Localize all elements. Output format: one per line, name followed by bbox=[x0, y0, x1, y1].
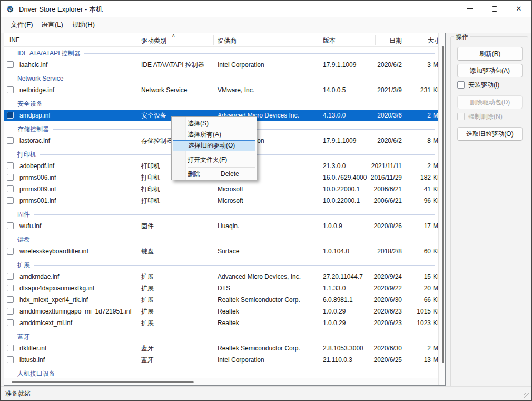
list-group-label: 扩展 bbox=[17, 261, 30, 270]
column-header-inf[interactable]: INF bbox=[9, 36, 19, 44]
column-divider[interactable] bbox=[375, 35, 376, 45]
driver-row[interactable]: prnms009.inf打印机Microsoft10.0.22000.12006… bbox=[4, 183, 438, 195]
driver-size: 96 bbox=[402, 195, 431, 207]
menu-help[interactable]: 帮助(H) bbox=[68, 17, 98, 33]
driver-version: 6.0.8981.1 bbox=[323, 294, 353, 306]
row-checkbox[interactable] bbox=[7, 248, 14, 255]
row-checkbox[interactable] bbox=[7, 185, 14, 192]
row-checkbox[interactable] bbox=[7, 174, 14, 181]
row-checkbox[interactable] bbox=[7, 137, 14, 144]
column-header-date[interactable]: 日期 bbox=[360, 36, 402, 45]
driver-size: 66 bbox=[402, 294, 431, 306]
driver-version: 1.0.0.29 bbox=[323, 306, 346, 317]
driver-row[interactable]: amddmicext_mi.inf扩展Realtek1.0.0.292020/6… bbox=[4, 317, 438, 329]
driver-size-unit: MB bbox=[433, 354, 438, 366]
close-button[interactable]: ✕ bbox=[507, 1, 531, 17]
row-checkbox[interactable] bbox=[7, 112, 14, 119]
add-package-button[interactable]: 添加驱动包(A) bbox=[457, 64, 523, 77]
window-title: Driver Store Explorer - 本机 bbox=[19, 5, 103, 14]
row-checkbox[interactable] bbox=[7, 162, 14, 169]
vertical-scrollbar-thumb[interactable] bbox=[442, 46, 444, 363]
checkbox-box-icon bbox=[457, 81, 465, 89]
horizontal-scrollbar-thumb[interactable] bbox=[12, 381, 194, 383]
list-group-header: Network Service bbox=[4, 73, 438, 84]
context-menu-item[interactable]: 打开文件夹(F) bbox=[172, 154, 257, 165]
row-checkbox[interactable] bbox=[7, 197, 14, 204]
minimize-button[interactable] bbox=[458, 1, 482, 17]
title-bar: ⚙ Driver Store Explorer - 本机 ✕ bbox=[1, 1, 531, 17]
driver-row[interactable]: amddmicexttuningapo_mi_1d721951.inf扩展Rea… bbox=[4, 306, 438, 317]
row-checkbox[interactable] bbox=[7, 273, 14, 280]
provider-name: DTS bbox=[218, 282, 230, 294]
horizontal-scrollbar[interactable] bbox=[4, 378, 438, 385]
list-group-line bbox=[67, 79, 435, 79]
list-group-line bbox=[34, 214, 435, 215]
driver-size-unit: MB bbox=[433, 282, 438, 294]
driver-class: 扩展 bbox=[141, 306, 154, 317]
driver-version: 17.9.1.1009 bbox=[323, 59, 356, 71]
row-checkbox[interactable] bbox=[7, 345, 14, 351]
column-divider[interactable] bbox=[320, 35, 320, 45]
column-header-version[interactable]: 版本 bbox=[323, 36, 336, 45]
row-checkbox[interactable] bbox=[7, 319, 14, 326]
context-menu-item[interactable]: 删除Delete bbox=[172, 169, 257, 180]
force-delete-label: 强制删除(N) bbox=[468, 112, 503, 121]
driver-size: 13 bbox=[402, 354, 431, 366]
refresh-button[interactable]: 刷新(R) bbox=[457, 47, 523, 61]
driver-size: 1015 bbox=[402, 306, 431, 317]
driver-row[interactable]: dtsapo4dapxiaomiextkg.inf扩展DTS1.1.33.020… bbox=[4, 282, 438, 294]
driver-row[interactable]: amdkmdae.inf扩展Advanced Micro Devices, In… bbox=[4, 271, 438, 282]
inf-name: amddmicexttuningapo_mi_1d721951.inf bbox=[19, 306, 132, 317]
row-checkbox[interactable] bbox=[7, 296, 14, 303]
column-divider[interactable] bbox=[136, 35, 136, 45]
inf-name: hdx_miext_xperi4_rtk.inf bbox=[19, 294, 88, 306]
row-checkbox[interactable] bbox=[7, 222, 14, 229]
inf-name: amdpsp.inf bbox=[19, 110, 51, 121]
driver-row[interactable]: ibtusb.inf蓝牙Intel Corporation21.110.0.32… bbox=[4, 354, 438, 366]
driver-row[interactable]: iaahcic.infIDE ATA/ATAPI 控制器Intel Corpor… bbox=[4, 59, 438, 71]
context-menu-item[interactable]: 选择旧的驱动(O) bbox=[173, 140, 255, 151]
install-driver-checkbox[interactable]: 安装驱动(I) bbox=[457, 81, 499, 89]
driver-date: 2021/3/9 bbox=[360, 84, 402, 96]
row-checkbox[interactable] bbox=[7, 285, 14, 291]
context-menu-item[interactable]: 选择(S) bbox=[172, 118, 257, 129]
status-text: 准备就绪 bbox=[5, 390, 31, 397]
row-checkbox[interactable] bbox=[7, 356, 14, 363]
driver-row[interactable]: prnms001.inf打印机Microsoft10.0.22000.12006… bbox=[4, 195, 438, 207]
row-checkbox[interactable] bbox=[7, 86, 14, 93]
menu-language[interactable]: 语言(L) bbox=[38, 17, 66, 33]
select-old-drivers-button[interactable]: 选取旧的驱动(O) bbox=[457, 127, 523, 141]
column-divider[interactable] bbox=[213, 35, 214, 45]
row-checkbox[interactable] bbox=[7, 61, 14, 68]
column-header-provider[interactable]: 提供商 bbox=[218, 36, 237, 45]
list-group-line bbox=[34, 265, 435, 266]
driver-size: 2 bbox=[402, 110, 431, 121]
driver-version: 1.1.33.0 bbox=[323, 282, 346, 294]
column-divider[interactable] bbox=[406, 35, 406, 45]
app-gear-icon: ⚙ bbox=[6, 4, 16, 14]
context-menu-item[interactable]: 选择所有(A) bbox=[172, 129, 257, 140]
menu-file[interactable]: 文件(F) bbox=[7, 17, 36, 33]
column-header-class[interactable]: 驱动类别 bbox=[141, 36, 166, 45]
row-checkbox[interactable] bbox=[7, 308, 14, 315]
provider-name: Surface bbox=[218, 246, 239, 257]
driver-class: 扩展 bbox=[141, 317, 154, 329]
column-header-size[interactable]: 大小 bbox=[402, 36, 438, 45]
driver-class: 扩展 bbox=[141, 282, 154, 294]
driver-row[interactable]: wirelesskeyboardfilter.inf键盘Surface1.0.1… bbox=[4, 246, 438, 257]
list-group-label: 存储控制器 bbox=[17, 125, 49, 134]
driver-size: 15 bbox=[402, 271, 431, 282]
driver-row[interactable]: rtkfilter.inf蓝牙Realtek Semiconductor Cor… bbox=[4, 343, 438, 354]
resize-grip[interactable] bbox=[524, 393, 530, 399]
driver-size-unit: MB bbox=[433, 135, 438, 146]
driver-size-unit: KB bbox=[433, 183, 438, 195]
driver-class: 蓝牙 bbox=[141, 354, 154, 366]
driver-row[interactable]: hdx_miext_xperi4_rtk.inf扩展Realtek Semico… bbox=[4, 294, 438, 306]
vertical-scrollbar[interactable] bbox=[438, 33, 445, 385]
maximize-button[interactable] bbox=[482, 1, 507, 17]
driver-row[interactable]: wufu.inf固件Huaqin.1.0.0.92020/8/2617MB bbox=[4, 220, 438, 232]
driver-row[interactable]: netbridge.infNetwork ServiceVMware, Inc.… bbox=[4, 84, 438, 96]
sort-ascending-icon: ∧ bbox=[172, 33, 175, 38]
driver-version: 2.8.1053.3000 bbox=[323, 343, 363, 354]
actions-group-title: 操作 bbox=[454, 33, 470, 42]
